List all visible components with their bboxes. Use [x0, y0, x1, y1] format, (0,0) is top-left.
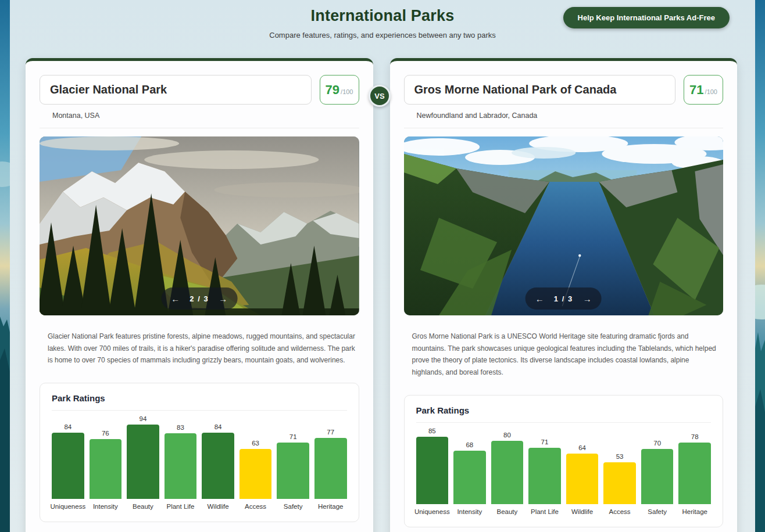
divider [404, 128, 724, 128]
bar-label: Wildlife [571, 508, 593, 515]
bar-value: 84 [215, 423, 222, 430]
bar-value: 53 [616, 453, 624, 460]
bar-label: Plant Life [166, 503, 194, 510]
bar-uniqueness: 85Uniqueness [416, 427, 449, 515]
bar-label: Wildlife [208, 503, 229, 510]
bar [277, 443, 309, 499]
bar-value: 63 [252, 440, 259, 447]
bar [127, 425, 159, 499]
park-description: Gros Morne National Park is a UNESCO Wor… [412, 330, 720, 379]
bar-value: 94 [140, 415, 147, 422]
comparison-cards: Glacier National Park 79 /100 Montana, U… [26, 58, 737, 532]
bar-value: 80 [503, 432, 511, 438]
title-row: Gros Morne National Park of Canada 71 /1… [404, 75, 724, 105]
page-header: International Parks Compare features, ra… [10, 0, 755, 58]
bar-value: 71 [289, 433, 297, 440]
bar-label: Uniqueness [50, 503, 85, 510]
ratings-panel: Park Ratings 84Uniqueness76Intensity94Be… [40, 383, 359, 522]
carousel-prev-icon[interactable]: ← [535, 294, 544, 303]
bar-value: 76 [102, 430, 109, 437]
bar-intensity: 76Intensity [90, 430, 122, 510]
bar-label: Heritage [682, 508, 707, 515]
bar-heritage: 77Heritage [314, 429, 347, 510]
bar-label: Intensity [93, 503, 118, 510]
divider [40, 128, 359, 128]
ratings-bar-chart: 85Uniqueness68Intensity80Beauty71Plant L… [416, 427, 712, 515]
score-value: 79 [326, 82, 339, 98]
bar-label: Safety [284, 503, 303, 510]
bar-plant-life: 71Plant Life [528, 438, 561, 515]
bar-value: 68 [466, 441, 473, 448]
bar-value: 64 [578, 444, 586, 451]
bar-access: 53Access [603, 453, 636, 515]
bar [641, 449, 674, 504]
bar-uniqueness: 84Uniqueness [52, 423, 84, 510]
bar [678, 443, 711, 504]
title-row: Glacier National Park 79 /100 [40, 75, 359, 105]
park-name-input[interactable]: Glacier National Park [40, 75, 312, 105]
bar-plant-life: 83Plant Life [165, 424, 197, 510]
page-subtitle: Compare features, ratings, and experienc… [10, 31, 755, 39]
bar-beauty: 80Beauty [491, 432, 524, 515]
bar [239, 449, 272, 499]
vs-badge: VS [369, 85, 391, 107]
carousel-next-icon[interactable]: → [583, 294, 592, 303]
bar-safety: 71Safety [277, 433, 309, 510]
ratings-title: Park Ratings [52, 393, 347, 411]
score-badge: 71 /100 [684, 75, 723, 105]
bar-value: 71 [541, 438, 549, 445]
bar-value: 85 [428, 427, 436, 434]
bar-value: 83 [177, 424, 184, 431]
bar-intensity: 68Intensity [453, 441, 486, 515]
park-card-right: Gros Morne National Park of Canada 71 /1… [390, 58, 738, 532]
carousel-prev-icon[interactable]: ← [171, 294, 180, 303]
bar [314, 438, 347, 499]
park-location: Montana, USA [52, 112, 359, 120]
ratings-bar-chart: 84Uniqueness76Intensity94Beauty83Plant L… [52, 415, 347, 510]
adfree-button[interactable]: Help Keep International Parks Ad-Free [563, 7, 730, 28]
carousel-counter: 1 / 3 [554, 294, 573, 303]
ratings-panel: Park Ratings 85Uniqueness68Intensity80Be… [404, 395, 724, 527]
bar-beauty: 94Beauty [127, 415, 159, 510]
bar [90, 439, 122, 499]
bar-value: 70 [653, 440, 661, 447]
bar-label: Intensity [457, 508, 482, 515]
park-photo-carousel: ← 2 / 3 → [40, 136, 359, 315]
bar-label: Plant Life [531, 508, 559, 515]
score-value: 71 [689, 82, 703, 98]
bar [52, 433, 84, 499]
bar-access: 63Access [239, 440, 272, 510]
bar [453, 451, 486, 504]
bar [165, 433, 197, 499]
bar-wildlife: 84Wildlife [202, 423, 234, 510]
carousel-counter: 2 / 3 [190, 294, 209, 303]
bar-value: 77 [327, 429, 334, 436]
content-column: International Parks Compare features, ra… [10, 0, 755, 532]
bar-wildlife: 64Wildlife [566, 444, 599, 515]
ratings-title: Park Ratings [416, 405, 712, 423]
bar [491, 441, 524, 504]
park-photo-carousel: ← 1 / 3 → [404, 136, 724, 315]
score-badge: 79 /100 [320, 75, 359, 105]
carousel-controls: ← 2 / 3 → [161, 287, 237, 310]
bar-safety: 70Safety [641, 440, 674, 515]
bar [566, 454, 599, 504]
bar [603, 462, 636, 504]
bar-label: Access [245, 503, 266, 510]
bar-heritage: 78Heritage [678, 433, 711, 515]
score-max: /100 [705, 88, 717, 95]
bar [528, 448, 561, 504]
park-card-left: Glacier National Park 79 /100 Montana, U… [26, 58, 373, 532]
bar-label: Access [609, 508, 631, 515]
bar [416, 437, 449, 504]
bar-label: Beauty [497, 508, 518, 515]
bar-label: Uniqueness [414, 508, 450, 515]
bar-label: Safety [648, 508, 667, 515]
bar-value: 78 [691, 433, 699, 440]
park-description: Glacier National Park features pristine … [48, 330, 356, 366]
bar [202, 433, 234, 499]
park-name-input[interactable]: Gros Morne National Park of Canada [404, 75, 676, 105]
carousel-controls: ← 1 / 3 → [526, 287, 602, 310]
park-location: Newfoundland and Labrador, Canada [417, 112, 724, 120]
carousel-next-icon[interactable]: → [219, 294, 227, 303]
